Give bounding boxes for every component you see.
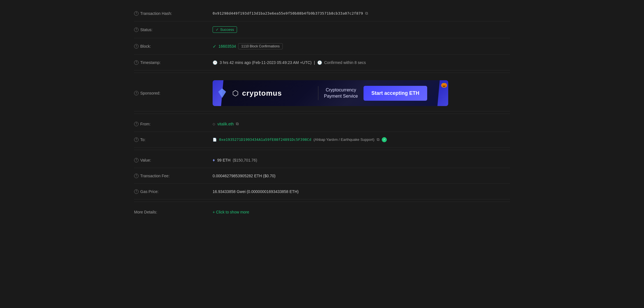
confirmed-text: Confirmed within 8 secs bbox=[324, 60, 366, 65]
sponsored-row: ? Sponsored: ⬡ cryptomus bbox=[134, 75, 510, 111]
gas-price-row: ? Gas Price: 16.93433858 Gwei (0.0000000… bbox=[134, 184, 510, 199]
banner-cta-button[interactable]: Start accepting ETH bbox=[364, 86, 427, 101]
confirm-clock-icon: 🕐 bbox=[317, 60, 322, 65]
value-row: ? Value: ♦ 99 ETH ($150,701.76) bbox=[134, 152, 510, 168]
section-divider bbox=[134, 73, 510, 73]
from-address-link[interactable]: vitalik.eth bbox=[217, 122, 234, 126]
transaction-hash-label: ? Transaction Hash: bbox=[134, 11, 213, 16]
timestamp-label: ? Timestamp: bbox=[134, 60, 213, 65]
sponsored-banner[interactable]: ⬡ cryptomus Cryptocurrency Payment Servi… bbox=[213, 80, 448, 106]
info-icon-sponsored: ? bbox=[134, 91, 139, 95]
verified-icon: ✓ bbox=[382, 137, 387, 142]
from-value: ◇ vitalik.eth ⧉ bbox=[213, 121, 510, 126]
status-row: ? Status: ✓ Success bbox=[134, 21, 510, 38]
eth-amount: 99 ETH bbox=[217, 158, 230, 162]
timestamp-value: 🕐 3 hrs 42 mins ago (Feb-11-2023 05:49:2… bbox=[213, 60, 510, 65]
contract-icon-from: ◇ bbox=[213, 122, 215, 126]
tx-fee-value: 0.00046279853905282 ETH ($0.70) bbox=[213, 174, 510, 178]
info-icon-fee: ? bbox=[134, 174, 139, 178]
more-details-label: More Details: bbox=[134, 210, 213, 214]
gas-price-value: 16.93433858 Gwei (0.00000001693433858 ET… bbox=[213, 189, 510, 194]
info-icon-block: ? bbox=[134, 44, 139, 49]
info-icon-timestamp: ? bbox=[134, 60, 139, 65]
info-icon-to: ? bbox=[134, 137, 139, 142]
check-icon: ✓ bbox=[216, 27, 219, 32]
block-check-icon: ✓ bbox=[213, 44, 216, 49]
info-icon-status: ? bbox=[134, 27, 139, 32]
block-number-link[interactable]: 16603534 bbox=[219, 44, 236, 49]
from-label: ? From: bbox=[134, 122, 213, 126]
confirmation-badge: 1110 Block Confirmations bbox=[238, 43, 283, 49]
more-details-row: More Details: + Click to show more bbox=[134, 204, 510, 220]
tx-fee-row: ? Transaction Fee: 0.00046279853905282 E… bbox=[134, 168, 510, 184]
section-divider-3 bbox=[134, 150, 510, 150]
usd-amount: ($150,701.76) bbox=[233, 158, 257, 162]
copy-to-icon[interactable]: ⧉ bbox=[377, 137, 380, 142]
sponsored-value: ⬡ cryptomus Cryptocurrency Payment Servi… bbox=[213, 80, 510, 106]
block-value: ✓ 16603534 1110 Block Confirmations bbox=[213, 43, 510, 49]
success-badge: ✓ Success bbox=[213, 26, 237, 33]
status-value: ✓ Success bbox=[213, 26, 510, 33]
banner-brand-text: cryptomus bbox=[242, 89, 282, 98]
section-divider-4 bbox=[134, 202, 510, 202]
transaction-hash-row: ? Transaction Hash: 0x91298d449f193df13d… bbox=[134, 6, 510, 21]
to-row: ? To: 📄 0xe1935271D1993434A1a59fE08f2489… bbox=[134, 132, 510, 148]
timestamp-text: 3 hrs 42 mins ago (Feb-11-2023 05:49:23 … bbox=[220, 60, 312, 65]
info-icon-hash: ? bbox=[134, 11, 139, 16]
click-to-show-more-link[interactable]: + Click to show more bbox=[213, 210, 249, 214]
from-row: ? From: ◇ vitalik.eth ⧉ bbox=[134, 116, 510, 132]
timestamp-separator: | bbox=[314, 60, 315, 65]
tx-fee-label: ? Transaction Fee: bbox=[134, 174, 213, 178]
copy-hash-icon[interactable]: ⧉ bbox=[365, 11, 368, 16]
block-label: ? Block: bbox=[134, 44, 213, 49]
info-icon-from: ? bbox=[134, 122, 139, 126]
timestamp-row: ? Timestamp: 🕐 3 hrs 42 mins ago (Feb-11… bbox=[134, 55, 510, 70]
section-divider-2 bbox=[134, 114, 510, 114]
status-label: ? Status: bbox=[134, 27, 213, 32]
hash-text: 0x91298d449f193df13d1ba23e6ea55e9f50b88b… bbox=[213, 11, 363, 15]
to-label: ? To: bbox=[134, 137, 213, 142]
copy-from-icon[interactable]: ⧉ bbox=[236, 121, 239, 126]
gas-price-label: ? Gas Price: bbox=[134, 189, 213, 194]
to-value: 📄 0xe1935271D1993434A1a59fE08f24891Dc5F3… bbox=[213, 137, 510, 142]
eth-icon: ♦ bbox=[213, 158, 215, 163]
block-row: ? Block: ✓ 16603534 1110 Block Confirmat… bbox=[134, 38, 510, 55]
to-address-link[interactable]: 0xe1935271D1993434A1a59fE08f24891Dc5F398… bbox=[219, 137, 311, 142]
banner-divider bbox=[318, 86, 318, 100]
to-label-note: (Ahbap Yardım / Earthquake Support) bbox=[314, 137, 374, 142]
value-label: ? Value: bbox=[134, 158, 213, 162]
sponsored-label: ? Sponsored: bbox=[134, 91, 213, 95]
contract-icon-to: 📄 bbox=[213, 138, 217, 142]
info-icon-gas: ? bbox=[134, 189, 139, 194]
clock-icon: 🕐 bbox=[213, 60, 217, 65]
emoji-decor: 🎃 bbox=[441, 82, 447, 88]
cube-logo-icon: ⬡ bbox=[232, 89, 239, 98]
transaction-detail-page: ? Transaction Hash: 0x91298d449f193df13d… bbox=[126, 0, 518, 226]
transaction-hash-value: 0x91298d449f193df13d1ba23e6ea55e9f50b88b… bbox=[213, 11, 510, 16]
value-display: ♦ 99 ETH ($150,701.76) bbox=[213, 158, 510, 163]
info-icon-value: ? bbox=[134, 158, 139, 162]
banner-tagline: Cryptocurrency Payment Service bbox=[324, 87, 358, 100]
